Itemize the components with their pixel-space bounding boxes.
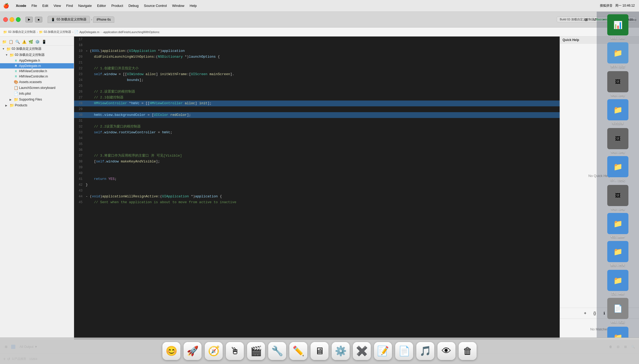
dock-media[interactable]: 🎵: [416, 342, 434, 360]
desktop-icon-xlsx[interactable]: 📊 ios1....xlsx: [602, 14, 634, 40]
assets-icon: 🎨: [14, 80, 18, 84]
dock-pencil[interactable]: ✏️: [289, 342, 307, 360]
folder5-thumbnail: 📁: [607, 241, 628, 262]
folder3-thumbnail: 📁: [607, 156, 628, 177]
menu-product[interactable]: Product: [111, 4, 123, 8]
sidebar-item-supporting[interactable]: ▶ 📁 Supporting Files: [0, 97, 74, 102]
settings-icon[interactable]: ⚙️: [35, 40, 40, 44]
menu-source-control[interactable]: Source Control: [144, 4, 167, 8]
sidebar-item-hmviewm[interactable]: ▶ M HMViewController.m: [0, 74, 74, 79]
menu-find[interactable]: Find: [66, 4, 73, 8]
desktop-icon-png3[interactable]: 🖼 snip....png: [602, 185, 634, 210]
folder4-thumbnail: 📁: [607, 213, 628, 234]
warning-icon[interactable]: ⚠️: [22, 40, 26, 44]
sidebar-item-root[interactable]: ▼ 📁 02-加载自定义控制器: [0, 46, 74, 52]
breadcrumb-2[interactable]: 02-加载自定义控制器: [44, 30, 71, 34]
close-button[interactable]: [3, 17, 8, 22]
folder-icon[interactable]: 📁: [2, 40, 7, 44]
device-icon[interactable]: 📱: [42, 40, 46, 44]
left-panel-toggle[interactable]: ⊞: [582, 16, 590, 23]
breadcrumb-sep-2: ›: [72, 30, 73, 34]
menu-navigate[interactable]: Navigate: [78, 4, 92, 8]
storyboard-icon: 📋: [14, 86, 18, 90]
desktop-icon-png1[interactable]: 🖼 snip....png: [602, 71, 634, 97]
breadcrumb-1[interactable]: 02-加载自定义控制器: [8, 30, 36, 34]
png2-label: snip....png: [611, 150, 625, 153]
disclosure-icon: ▼: [2, 47, 5, 50]
sidebar-item-storyboard[interactable]: ▶ 📋 LaunchScreen.storyboard: [0, 85, 74, 91]
sidebar-item-hmviewh[interactable]: ▶ H HMViewController.h: [0, 69, 74, 74]
sidebar-item-appdelegateh[interactable]: ▶ H AppDelegate.h: [0, 58, 74, 63]
breadcrumb-icon-2: 📁: [39, 30, 43, 34]
sidebar-item-appdelegatem[interactable]: ▶ M AppDelegate.m: [0, 63, 74, 69]
sidebar-item-infoplist[interactable]: ▶ 📄 Info.plist: [0, 91, 74, 97]
png1-thumbnail: 🖼: [607, 71, 628, 92]
dock-mouse[interactable]: 🖱: [226, 342, 244, 360]
desktop-icon-folder1[interactable]: 📁 第13...业进: [602, 42, 634, 69]
code-line-27: 27 // 2.1创建控制器: [74, 95, 560, 101]
code-line-35: 35: [74, 141, 560, 147]
code-line-30: 30 hmVc.view.backgroundColor = [UIColor …: [74, 112, 560, 118]
menu-view[interactable]: View: [53, 4, 61, 8]
hmh-file-icon: H: [14, 70, 18, 73]
hmm-file-icon: M: [14, 75, 18, 78]
disclosure-products: ▶: [5, 104, 8, 107]
scheme-icon: 📱: [51, 18, 55, 21]
dock-trash[interactable]: 🗑: [459, 342, 477, 360]
traffic-lights: [3, 17, 21, 22]
desktop-icon-folder5[interactable]: 📁 秋令...件夫: [602, 241, 634, 267]
device-selector[interactable]: iPhone 6s: [93, 16, 114, 23]
code-line-24: 24 bounds];: [74, 77, 560, 83]
dock-finder[interactable]: 😊: [162, 342, 180, 360]
breadcrumb-sep-3: ›: [101, 30, 102, 34]
leaf-icon-plist: ▶: [10, 92, 13, 95]
search-icon[interactable]: 🔍: [15, 40, 20, 44]
stop-button[interactable]: ■: [35, 17, 42, 22]
desktop-icon-folder2[interactable]: 📁 车丹分享: [602, 99, 634, 125]
desktop-icon-folder3[interactable]: 📁 07...（优化: [602, 156, 634, 182]
dock-safari[interactable]: 🧭: [205, 342, 223, 360]
desktop-icon-doc1[interactable]: 📄 ios1...试题: [602, 298, 634, 324]
dock-terminal[interactable]: 🖥: [311, 342, 328, 360]
file-icon[interactable]: 📋: [9, 40, 13, 44]
menu-editor[interactable]: Editor: [97, 4, 106, 8]
dock-textedit[interactable]: 📄: [395, 342, 413, 360]
dock-settings[interactable]: ⚙️: [332, 342, 350, 360]
sidebar-item-assets[interactable]: ▶ 🎨 Assets.xcassets: [0, 79, 74, 85]
code-line-21: 21: [74, 60, 560, 66]
code-line-36: 36: [74, 147, 560, 153]
maximize-button[interactable]: [16, 17, 21, 22]
h-file-icon: H: [14, 59, 18, 62]
desktop-icon-folder6[interactable]: 📁 ZJL...etail: [602, 270, 634, 295]
sidebar-item-products[interactable]: ▶ 📁 Products: [0, 102, 74, 108]
folder1-label: 第13...业进: [611, 65, 625, 69]
supporting-icon: 📁: [14, 97, 18, 102]
dock-xapp[interactable]: ✖️: [353, 342, 371, 360]
minimize-button[interactable]: [10, 17, 14, 22]
qh-add-btn[interactable]: +: [582, 310, 589, 316]
dock-launchpad[interactable]: 🚀: [184, 342, 202, 360]
dock-video[interactable]: 🎬: [247, 342, 265, 360]
menu-xcode[interactable]: Xcode: [16, 4, 26, 8]
menu-edit[interactable]: Edit: [42, 4, 48, 8]
menu-window[interactable]: Window: [172, 4, 184, 8]
desktop-icon-desktop[interactable]: 📁 桌面: [602, 327, 634, 338]
folder5-label: 秋令...件夫: [611, 263, 625, 267]
titlebar-controls: ▶ ■: [25, 17, 42, 22]
menu-help[interactable]: Help: [190, 4, 197, 8]
dock-preview[interactable]: 👁: [437, 342, 455, 360]
breadcrumb-4[interactable]: -application:didFinishLaunchingWithOptio…: [103, 30, 160, 34]
sidebar-item-group1[interactable]: ▼ 📁 02-加载自定义控制器: [0, 52, 74, 58]
git-icon[interactable]: 🌿: [29, 40, 33, 44]
scheme-selector[interactable]: 📱 02-加载自定义控制器: [48, 16, 90, 23]
run-button[interactable]: ▶: [25, 17, 33, 22]
code-editor[interactable]: 17 18 19 - (BOOL)application:(UIApplicat…: [74, 37, 560, 340]
menu-file[interactable]: File: [31, 4, 37, 8]
breadcrumb-3[interactable]: AppDelegate.m: [79, 30, 99, 34]
dock-notes[interactable]: 📝: [374, 342, 392, 360]
dock-tools[interactable]: 🔧: [268, 342, 286, 360]
apple-menu[interactable]: 🍎: [3, 3, 9, 9]
desktop-icon-folder4[interactable]: 📁 KSI...aster: [602, 213, 634, 238]
desktop-icon-png2[interactable]: 🖼 snip....png: [602, 128, 634, 153]
menu-debug[interactable]: Debug: [129, 4, 139, 8]
